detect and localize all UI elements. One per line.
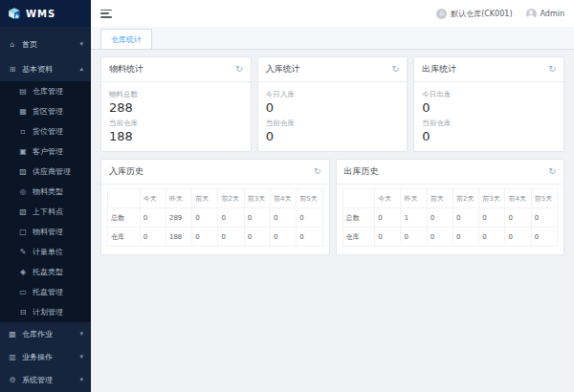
card-title: 入库统计 (266, 63, 300, 76)
history-row: 入库历史 ↻ 今天 昨天 前天 前2天 前3天 (100, 159, 564, 255)
supplier-icon: ▨ (18, 167, 28, 176)
sidebar-item-label: 供应商管理 (33, 166, 71, 177)
hamburger-icon[interactable] (100, 10, 112, 18)
main-area: ⌂ 默认仓库(CK001) Admin 仓库统计 物料统计 ↻ (91, 0, 574, 392)
load-point-icon: ▧ (18, 207, 28, 216)
cell: 0 (453, 208, 478, 228)
sidebar-item-label: 首页 (22, 39, 37, 50)
row-label: 总数 (108, 208, 141, 228)
refresh-icon[interactable]: ↻ (314, 167, 321, 176)
col-header: 前4天 (505, 189, 531, 208)
sidebar-item-business-ops[interactable]: ▥ 业务操作 ▾ (0, 345, 91, 368)
sidebar-item-area-mgmt[interactable]: ▦ 货区管理 (0, 101, 91, 121)
sidebar-item-material-type[interactable]: ◎ 物料类型 (0, 182, 91, 202)
sidebar-submenu-basic-data: ▤ 仓库管理 ▦ 货区管理 ▫ 货位管理 ▣ 客户管理 ▨ 供应商管理 (0, 81, 91, 322)
cell: 0 (244, 208, 270, 228)
sidebar-item-location-mgmt[interactable]: ▫ 货位管理 (0, 121, 91, 142)
sidebar-item-measure-unit[interactable]: ✎ 计量单位 (0, 242, 91, 262)
cell: 0 (531, 228, 557, 247)
customer-icon: ▣ (18, 147, 28, 156)
table-header-row: 今天 昨天 前天 前2天 前3天 前4天 前5天 (108, 189, 323, 208)
sidebar-item-pallet-type[interactable]: ◈ 托盘类型 (0, 262, 91, 282)
inbound-history-card: 入库历史 ↻ 今天 昨天 前天 前2天 前3天 (100, 159, 330, 255)
sidebar-item-label: 基本资料 (22, 64, 53, 75)
cell: 0 (375, 208, 401, 228)
sidebar-item-warehouse-mgmt[interactable]: ▤ 仓库管理 (0, 81, 91, 101)
sidebar-item-pallet-mgmt[interactable]: ▭ 托盘管理 (0, 282, 91, 302)
table-row: 仓库 0 188 0 0 0 0 0 (108, 228, 323, 247)
card-title: 物料统计 (109, 63, 144, 76)
stat-value: 0 (266, 100, 400, 115)
col-header: 昨天 (401, 189, 427, 208)
app-logo: WMS (0, 0, 91, 27)
refresh-icon[interactable]: ↻ (548, 65, 556, 74)
tab-bar: 仓库统计 (91, 27, 574, 50)
user-menu[interactable]: Admin (526, 9, 565, 19)
document-icon: ▤ (18, 87, 28, 96)
stat-label: 今日入库 (266, 90, 400, 99)
stat-label: 今日出库 (422, 90, 556, 99)
sidebar-item-label: 业务操作 (22, 352, 53, 362)
refresh-icon[interactable]: ↻ (392, 65, 400, 74)
sidebar-item-label: 货区管理 (33, 106, 63, 117)
sidebar-item-label: 仓库作业 (22, 329, 53, 339)
cell: 0 (401, 228, 427, 247)
row-label: 仓库 (342, 228, 375, 247)
grid-icon: ⊞ (8, 65, 17, 74)
col-header: 前天 (427, 189, 453, 208)
cell: 0 (427, 228, 453, 247)
col-header: 今天 (140, 189, 166, 208)
sidebar-item-label: 上下料点 (33, 207, 63, 217)
stat-card-row: 物料统计 ↻ 物料总数 288 当前仓库 188 入库统计 ↻ (100, 56, 564, 152)
table-header-row: 今天 昨天 前天 前2天 前3天 前4天 前5天 (342, 189, 558, 208)
slot-icon: ▫ (18, 127, 28, 136)
sidebar-item-load-points[interactable]: ▧ 上下料点 (0, 202, 91, 222)
header-right-group: ⌂ 默认仓库(CK001) Admin (436, 9, 564, 19)
refresh-icon[interactable]: ↻ (548, 167, 556, 176)
col-header: 今天 (375, 189, 401, 208)
sidebar-item-home[interactable]: ⌂ 首页 ▾ (0, 32, 91, 56)
warehouse-badge-icon: ⌂ (436, 9, 447, 19)
sidebar-item-label: 物料类型 (33, 186, 63, 197)
sidebar-item-warehouse-ops[interactable]: ▩ 仓库作业 ▾ (0, 322, 91, 345)
cell: 0 (244, 228, 270, 247)
sidebar-item-system-mgmt[interactable]: ⚙ 系统管理 ▾ (0, 368, 91, 391)
pallet-icon: ▭ (18, 288, 28, 296)
gear-icon: ⚙ (8, 376, 17, 384)
pallet-type-icon: ◈ (18, 268, 28, 276)
sidebar-item-label: 托盘类型 (33, 267, 63, 277)
cell: 1 (401, 208, 427, 228)
stat-label: 当前仓库 (422, 119, 556, 128)
col-header: 前5天 (297, 189, 322, 208)
row-label: 总数 (342, 208, 375, 228)
dashboard-content: 物料统计 ↻ 物料总数 288 当前仓库 188 入库统计 ↻ (91, 50, 574, 392)
table-row: 总数 0 289 0 0 0 0 0 (108, 208, 323, 228)
sidebar-item-supplier-mgmt[interactable]: ▨ 供应商管理 (0, 162, 91, 182)
sidebar-item-material-mgmt[interactable]: □ 物料管理 (0, 222, 91, 242)
cell: 0 (479, 228, 505, 247)
cell: 0 (297, 208, 322, 228)
cell: 0 (505, 208, 531, 228)
refresh-icon[interactable]: ↻ (235, 65, 243, 74)
material-type-icon: ◎ (18, 187, 28, 196)
sidebar-item-label: 计量单位 (33, 247, 63, 257)
chevron-down-icon: ▾ (79, 353, 83, 360)
top-header: ⌂ 默认仓库(CK001) Admin (91, 0, 574, 27)
table-row: 仓库 0 0 0 0 0 0 0 (342, 228, 558, 247)
col-header: 昨天 (166, 189, 191, 208)
cell: 0 (140, 228, 166, 247)
home-icon: ⌂ (8, 40, 17, 49)
stat-value: 188 (109, 129, 243, 143)
sidebar-item-plan-mgmt[interactable]: ⊟ 计划管理 (0, 302, 91, 322)
outbound-stats-card: 出库统计 ↻ 今日出库 0 当前仓库 0 (413, 56, 564, 152)
pencil-icon: ✎ (18, 248, 28, 256)
sidebar-item-customer-mgmt[interactable]: ▣ 客户管理 (0, 142, 91, 162)
current-warehouse-label: 默认仓库(CK001) (451, 9, 512, 19)
card-title: 出库历史 (344, 165, 379, 178)
warehouse-selector[interactable]: ⌂ 默认仓库(CK001) (436, 9, 512, 19)
tab-warehouse-stats[interactable]: 仓库统计 (100, 29, 152, 49)
cell: 0 (270, 228, 296, 247)
sidebar-item-basic-data[interactable]: ⊞ 基本资料 ▴ (0, 56, 91, 81)
sidebar-item-label: 托盘管理 (33, 287, 63, 297)
col-header: 前3天 (244, 189, 270, 208)
